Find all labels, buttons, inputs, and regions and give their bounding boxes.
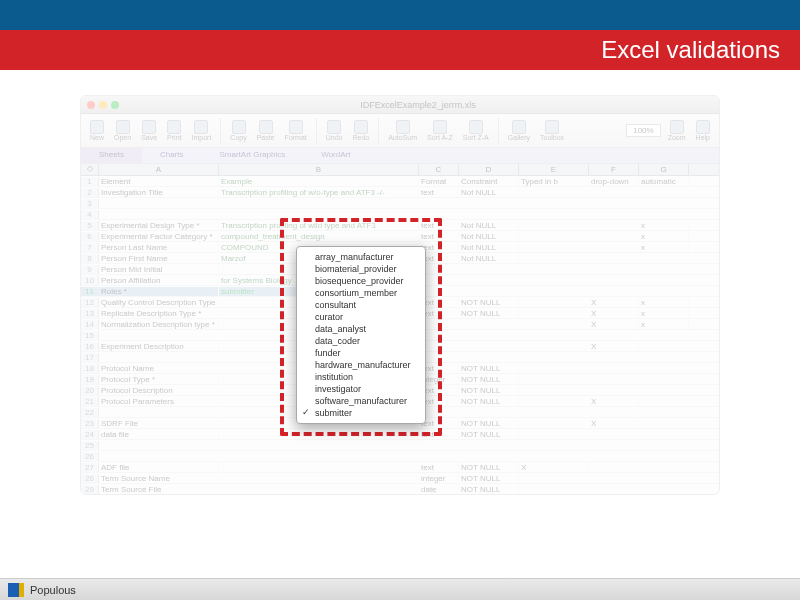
col-header-e[interactable]: E: [519, 164, 589, 175]
cell[interactable]: x: [639, 221, 689, 230]
row-number[interactable]: 2: [81, 188, 99, 197]
row-number[interactable]: 17: [81, 353, 99, 362]
toolbar-help[interactable]: Help: [693, 120, 713, 141]
tab-wordart[interactable]: WordArt: [303, 148, 368, 163]
cell[interactable]: Term Source Name: [99, 474, 219, 483]
cell[interactable]: Roles *: [99, 287, 219, 296]
row-number[interactable]: 3: [81, 199, 99, 208]
cell[interactable]: X: [589, 298, 639, 307]
dropdown-item[interactable]: data_analyst: [297, 323, 425, 335]
minimize-icon[interactable]: [99, 101, 107, 109]
cell[interactable]: compound_treatment_design: [219, 232, 419, 241]
dropdown-item[interactable]: array_manufacturer: [297, 251, 425, 263]
table-row[interactable]: 5Experimental Design Type *Transcription…: [81, 220, 719, 231]
table-row[interactable]: 29Term Source FiledateNOT NULL: [81, 484, 719, 495]
cell[interactable]: Not NULL: [459, 188, 519, 197]
tab-charts[interactable]: Charts: [142, 148, 202, 163]
cell[interactable]: Person Affiliation: [99, 276, 219, 285]
cell[interactable]: x: [639, 298, 689, 307]
table-row[interactable]: 26: [81, 451, 719, 462]
dropdown-item[interactable]: funder: [297, 347, 425, 359]
table-row[interactable]: 24data filetextNOT NULL: [81, 429, 719, 440]
dropdown-item[interactable]: consortium_member: [297, 287, 425, 299]
dropdown-item[interactable]: curator: [297, 311, 425, 323]
toolbar-zoom[interactable]: Zoom: [665, 120, 689, 141]
cell[interactable]: Constraint: [459, 177, 519, 186]
cell[interactable]: NOT NULL: [459, 397, 519, 406]
dropdown-item[interactable]: biosequence_provider: [297, 275, 425, 287]
toolbar-autosum[interactable]: AutoSum: [385, 120, 420, 141]
toolbar-open[interactable]: Open: [111, 120, 134, 141]
toolbar-new[interactable]: New: [87, 120, 107, 141]
row-number[interactable]: 28: [81, 474, 99, 483]
cell[interactable]: NOT NULL: [459, 419, 519, 428]
cell[interactable]: text: [419, 221, 459, 230]
cell[interactable]: Example: [219, 177, 419, 186]
cell[interactable]: NOT NULL: [459, 386, 519, 395]
toolbar-save[interactable]: Save: [138, 120, 160, 141]
row-number[interactable]: 25: [81, 441, 99, 450]
cell[interactable]: Person First Name: [99, 254, 219, 263]
cell[interactable]: X: [589, 342, 639, 351]
cell[interactable]: NOT NULL: [459, 474, 519, 483]
row-number[interactable]: 26: [81, 452, 99, 461]
row-number[interactable]: 20: [81, 386, 99, 395]
dropdown-item[interactable]: data_coder: [297, 335, 425, 347]
dropdown-item[interactable]: biomaterial_provider: [297, 263, 425, 275]
cell[interactable]: Term Source File: [99, 485, 219, 494]
table-row[interactable]: 2Investigation TitleTranscription profil…: [81, 187, 719, 198]
row-number[interactable]: 8: [81, 254, 99, 263]
row-number[interactable]: 4: [81, 210, 99, 219]
row-number[interactable]: 1: [81, 177, 99, 186]
table-row[interactable]: 6Experimental Factor Category *compound_…: [81, 231, 719, 242]
cell[interactable]: Not NULL: [459, 254, 519, 263]
row-number[interactable]: 18: [81, 364, 99, 373]
dropdown-item[interactable]: institution: [297, 371, 425, 383]
cell[interactable]: x: [639, 320, 689, 329]
cell[interactable]: Person Last Name: [99, 243, 219, 252]
zoom-icon[interactable]: [111, 101, 119, 109]
cell[interactable]: Person Mid Initial: [99, 265, 219, 274]
cell[interactable]: ADF file: [99, 463, 219, 472]
toolbar-gallery[interactable]: Gallery: [505, 120, 533, 141]
row-number[interactable]: 16: [81, 342, 99, 351]
dropdown-item[interactable]: software_manufacturer: [297, 395, 425, 407]
dropdown-item[interactable]: submitter: [297, 407, 425, 419]
col-header-d[interactable]: D: [459, 164, 519, 175]
toolbar-sort-az[interactable]: Sort A-Z: [424, 120, 456, 141]
cell[interactable]: NOT NULL: [459, 485, 519, 494]
row-number[interactable]: 5: [81, 221, 99, 230]
row-number[interactable]: 27: [81, 463, 99, 472]
col-header-b[interactable]: B: [219, 164, 419, 175]
cell[interactable]: NOT NULL: [459, 463, 519, 472]
toolbar-paste[interactable]: Paste: [254, 120, 278, 141]
cell[interactable]: Not NULL: [459, 243, 519, 252]
toolbar-format[interactable]: Format: [282, 120, 310, 141]
col-header-a[interactable]: A: [99, 164, 219, 175]
row-number[interactable]: 7: [81, 243, 99, 252]
cell[interactable]: date: [419, 485, 459, 494]
cell[interactable]: Experimental Factor Category *: [99, 232, 219, 241]
row-number[interactable]: 15: [81, 331, 99, 340]
row-number[interactable]: 23: [81, 419, 99, 428]
cell[interactable]: Investigation Title: [99, 188, 219, 197]
cell[interactable]: SDRF File: [99, 419, 219, 428]
cell[interactable]: X: [589, 419, 639, 428]
row-number[interactable]: 24: [81, 430, 99, 439]
toolbar-print[interactable]: Print: [164, 120, 184, 141]
toolbar-redo[interactable]: Redo: [350, 120, 373, 141]
cell[interactable]: X: [519, 463, 589, 472]
roles-dropdown[interactable]: array_manufacturerbiomaterial_providerbi…: [296, 246, 426, 424]
cell[interactable]: x: [639, 232, 689, 241]
cell[interactable]: NOT NULL: [459, 430, 519, 439]
toolbar-sort-za[interactable]: Sort Z-A: [460, 120, 492, 141]
cell[interactable]: text: [419, 430, 459, 439]
table-row[interactable]: 3: [81, 198, 719, 209]
row-number[interactable]: 19: [81, 375, 99, 384]
row-number[interactable]: 11: [81, 287, 99, 296]
toolbar-undo[interactable]: Undo: [323, 120, 346, 141]
cell[interactable]: Not NULL: [459, 221, 519, 230]
cell[interactable]: Element: [99, 177, 219, 186]
tab-smartart[interactable]: SmartArt Graphics: [201, 148, 303, 163]
table-row[interactable]: 25: [81, 440, 719, 451]
